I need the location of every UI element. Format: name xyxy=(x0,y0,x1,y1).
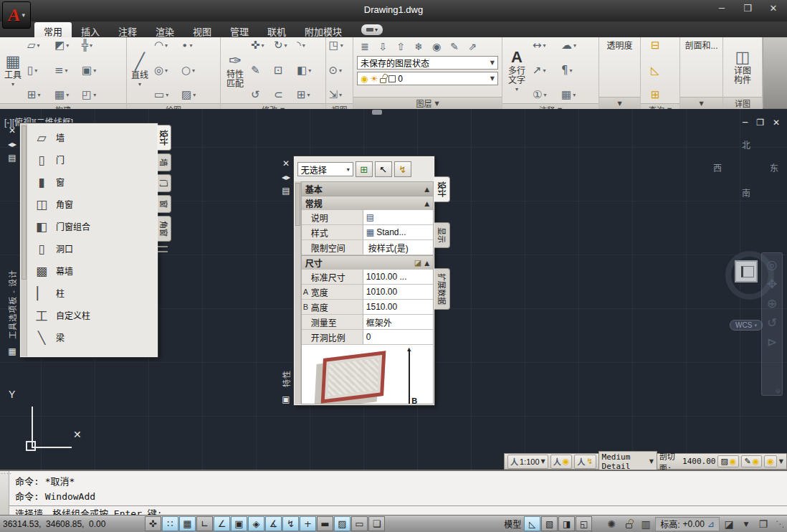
toggle-object-snap-tracking[interactable]: ∡ xyxy=(265,516,282,531)
collapsed-tabs-icon[interactable] xyxy=(158,246,168,252)
fillet-button[interactable]: ◝ xyxy=(295,39,318,52)
wcs-dropdown[interactable]: WCS ▾ xyxy=(730,320,763,331)
panel-title-layers[interactable]: 图层 ▼ xyxy=(353,97,502,109)
layer-new-button[interactable]: ⇗ xyxy=(464,39,481,54)
application-menu-button[interactable]: A ▾ xyxy=(2,1,31,29)
ribbon-tab[interactable]: 附加模块 xyxy=(295,22,351,37)
circle-button[interactable]: ◎ xyxy=(153,64,180,77)
3d-view-button[interactable]: ◳ xyxy=(328,39,352,52)
status-menu-caret-icon[interactable]: ▼ xyxy=(738,516,754,531)
toggle-polar-tracking[interactable]: ∠ xyxy=(214,516,230,531)
auto-annotation-button[interactable]: 人↯ xyxy=(574,455,596,469)
drawing-area-grip[interactable] xyxy=(372,110,382,115)
ellipse-button[interactable]: ○ xyxy=(180,64,207,77)
property-value[interactable]: 框架外 xyxy=(363,315,433,330)
door-window-assembly-button[interactable]: ◩ xyxy=(53,39,80,52)
surface-hatch-toggle[interactable]: ▨◉ xyxy=(717,455,739,467)
toggle-transparency[interactable]: ▨ xyxy=(334,516,350,531)
palette-item-door[interactable]: ▯ 门 xyxy=(27,148,157,171)
column-grid-button[interactable]: ╬ xyxy=(80,39,108,52)
palette-item-window[interactable]: ▮ 窗 xyxy=(27,171,157,193)
elevation-field[interactable]: 标高: +0.00 ⊿ xyxy=(655,517,720,531)
palette-bottom-icon[interactable]: ▣ xyxy=(280,394,292,405)
copy-button[interactable]: ⊡ xyxy=(272,64,295,77)
offset-button[interactable]: ⊂ xyxy=(272,88,295,102)
mirror-button[interactable]: ◧ xyxy=(295,64,318,77)
quick-view-drawings-button[interactable]: ◱ xyxy=(576,516,592,531)
tools-button[interactable]: ▦ 工具 ▾ xyxy=(2,52,24,88)
arc-button[interactable]: ◠ xyxy=(153,39,180,52)
annotation-scale-button[interactable]: 人 1:100 ▼ xyxy=(507,455,548,469)
section-elevation-button[interactable]: 剖面和... xyxy=(682,39,720,52)
properties-scrollbar[interactable] xyxy=(295,181,301,404)
transparency-button[interactable]: 透明度 xyxy=(604,39,634,52)
layer-isolate-button[interactable]: ⇩ xyxy=(374,39,391,54)
palette-item-custom-column[interactable]: 工 自定义柱 xyxy=(27,304,157,326)
properties-tab[interactable]: 显示 xyxy=(434,222,450,248)
visual-style-button[interactable]: ⊙ xyxy=(328,64,352,77)
maximize-icon[interactable]: ❒ xyxy=(740,3,755,17)
palette-item-curtain-wall[interactable]: ▩ 幕墙 xyxy=(27,260,157,282)
annotation-visibility-button[interactable]: 人◉ xyxy=(550,455,573,469)
detail-component-button[interactable]: ◫ 详图构件 xyxy=(730,48,755,86)
mtext-button[interactable]: A 多行文字 ▾ xyxy=(505,48,529,93)
select-objects-button[interactable]: ↖ xyxy=(375,161,392,177)
scrollbar-thumb[interactable] xyxy=(295,183,300,226)
revision-cloud-button[interactable]: ☁ xyxy=(560,39,588,52)
tag-button[interactable]: ① xyxy=(531,88,560,102)
quick-calc-button[interactable]: ⊞ xyxy=(649,88,671,102)
drawing-minimize-icon[interactable]: ─ xyxy=(743,118,748,128)
toggle-dynamic-input[interactable]: + xyxy=(300,516,316,531)
toolbar-lock-icon[interactable] xyxy=(621,516,636,531)
palette-item-wall[interactable]: ▱ 墙 xyxy=(27,126,157,148)
properties-tab[interactable]: 设计 xyxy=(434,176,450,202)
navbar-menu-icon[interactable]: ⊖ xyxy=(775,387,781,394)
toggle-object-snap[interactable]: ▣ xyxy=(231,516,247,531)
mass-element-button[interactable]: ◰ xyxy=(80,88,108,102)
orbit-icon[interactable]: ↺ xyxy=(767,315,777,330)
palette-properties-icon[interactable]: ▤ xyxy=(6,152,19,163)
layer-properties-button[interactable]: ≣ xyxy=(356,39,373,54)
toggle-ortho-mode[interactable]: ∟ xyxy=(196,516,213,531)
palette-autohide-icon[interactable]: ◂▸ xyxy=(280,171,292,183)
section-basic[interactable]: 基本 ▲ xyxy=(301,181,434,196)
drawing-close-icon[interactable]: ✕ xyxy=(773,118,780,128)
door-tool-button[interactable]: ▯ xyxy=(26,64,53,77)
clean-screen-icon[interactable]: ❐ xyxy=(755,516,771,531)
ribbon-tab[interactable]: 常用 xyxy=(34,22,72,37)
close-icon[interactable]: ✕ xyxy=(765,3,781,17)
viewcube-west-label[interactable]: 西 xyxy=(713,161,722,174)
line-button[interactable]: ╱ 直线 ▾ xyxy=(129,52,151,88)
scrollbar-thumb[interactable] xyxy=(22,125,27,280)
navigation-wheel-icon[interactable]: ◎ xyxy=(767,257,778,272)
pan-icon[interactable]: ✥ xyxy=(767,277,777,291)
measure-distance-button[interactable]: ⊟ xyxy=(649,39,671,52)
drawing-restore-icon[interactable]: ❐ xyxy=(756,118,764,128)
toggle-snap-grid[interactable]: ▦ xyxy=(179,516,196,531)
layer-freeze-button[interactable]: ❄ xyxy=(410,39,427,54)
palette-bottom-icon[interactable]: ▦ xyxy=(6,346,19,357)
tool-palette-tab[interactable]: 角窗 xyxy=(158,216,171,242)
toggle-lineweight[interactable]: ▬ xyxy=(317,516,333,531)
rotate-button[interactable]: ↻ xyxy=(272,39,295,52)
palette-item-column[interactable]: ▏ 柱 xyxy=(27,282,157,304)
quick-select-button[interactable]: ⊞ xyxy=(356,161,373,177)
ribbon-minimize-button[interactable]: ▾ xyxy=(361,24,383,35)
ribbon-tab[interactable]: 联机 xyxy=(258,22,295,37)
command-window-grip[interactable] xyxy=(0,471,9,515)
move-button[interactable]: ✜ xyxy=(249,39,272,52)
ribbon-tab[interactable]: 视图 xyxy=(183,22,221,37)
minimize-icon[interactable]: ─ xyxy=(714,3,730,17)
palette-item-beam[interactable]: ╲ 梁 xyxy=(27,326,157,348)
zoom-extents-button[interactable]: ⇲ xyxy=(328,88,352,102)
viewbar-menu-caret-icon[interactable]: ▼ xyxy=(779,458,783,465)
point-button[interactable]: ∙ xyxy=(180,39,207,52)
section-general[interactable]: 常规 ▲ xyxy=(301,196,434,210)
palette-close-icon[interactable]: ✕ xyxy=(280,158,292,169)
toggle-dynamic-ucs[interactable]: ↯ xyxy=(282,516,299,531)
coordinates-display[interactable]: 36314.53, 34608.85, 0.00 xyxy=(3,519,145,529)
panel-title-detail[interactable]: 详图 xyxy=(723,97,762,109)
viewcube-east-label[interactable]: 东 xyxy=(770,161,778,174)
viewcube-north-label[interactable]: 北 xyxy=(742,138,750,151)
toggle-quick-properties[interactable]: ▭ xyxy=(351,516,368,531)
